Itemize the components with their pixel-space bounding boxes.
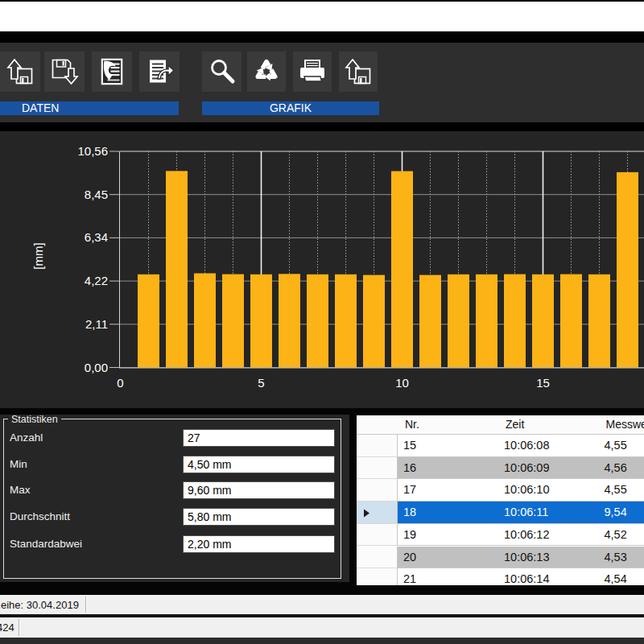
- svg-text:10,56: 10,56: [77, 144, 108, 158]
- svg-text:15: 15: [536, 376, 550, 390]
- svg-text:4,22: 4,22: [85, 274, 108, 287]
- svg-text:0: 0: [117, 376, 123, 390]
- svg-text:2,11: 2,11: [85, 317, 108, 331]
- svg-text:0,00: 0,00: [85, 361, 108, 374]
- svg-text:6,34: 6,34: [85, 230, 108, 244]
- svg-text:5: 5: [258, 376, 264, 390]
- svg-text:8,45: 8,45: [85, 188, 108, 201]
- svg-text:[mm]: [mm]: [31, 242, 45, 269]
- svg-text:10: 10: [395, 376, 409, 390]
